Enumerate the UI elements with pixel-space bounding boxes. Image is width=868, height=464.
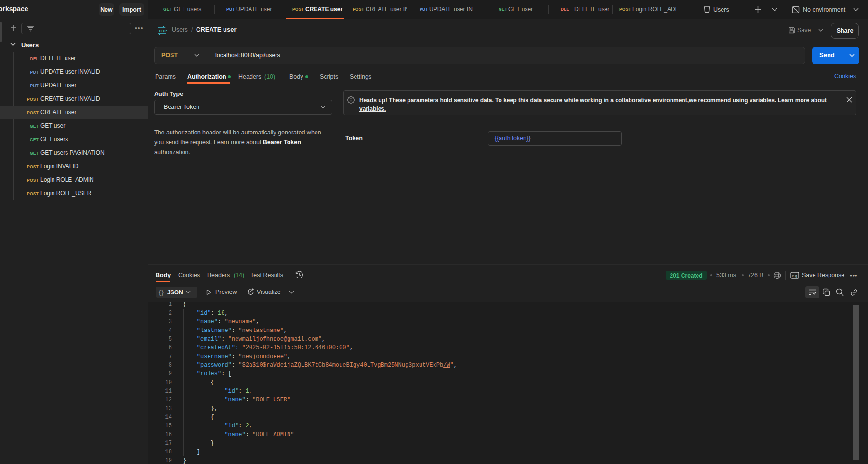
- svg-text:e.g: e.g: [792, 274, 797, 278]
- svg-text:HTTP: HTTP: [158, 29, 167, 33]
